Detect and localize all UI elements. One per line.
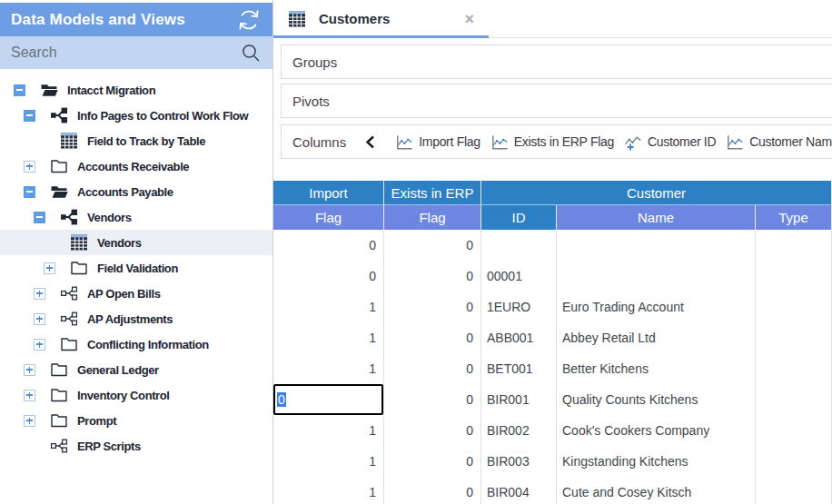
column-header-exists-flag[interactable]: Flag (384, 205, 481, 230)
column-header-type[interactable]: Type (756, 205, 832, 230)
tree-item-erp-scripts[interactable]: ERP Scripts (0, 433, 272, 459)
cell-exists-flag[interactable]: 0 (384, 477, 481, 504)
cell-import-flag[interactable]: 1 (273, 446, 384, 477)
cell-exists-flag[interactable]: 0 (384, 415, 481, 446)
cell-customer-type[interactable] (756, 322, 832, 353)
groups-bar[interactable]: Groups (281, 44, 832, 79)
tree-item-ap-adjustments[interactable]: AP Adjustments (0, 306, 272, 331)
cell-import-flag[interactable]: 1 (273, 353, 384, 384)
cell-exists-flag[interactable]: 0 (384, 322, 481, 353)
cell-exists-flag[interactable]: 0 (384, 230, 481, 261)
measure-icon (490, 133, 509, 152)
tree-item-accounts-receivable[interactable]: Accounts Receivable (0, 153, 272, 179)
view-filled-icon (60, 208, 78, 226)
cell-customer-id[interactable]: 00001 (481, 261, 557, 292)
cell-customer-name[interactable]: Kingstanding Kitchens (557, 446, 756, 477)
view-filled-icon (50, 106, 68, 124)
chip-label: Exists in ERP Flag (514, 134, 614, 149)
tree-item-field-validation[interactable]: Field Validation (0, 255, 272, 281)
cell-exists-flag[interactable]: 0 (384, 446, 481, 477)
pivot-config-bars: Groups Pivots Columns Import FlagExists … (273, 38, 832, 163)
cell-customer-name[interactable]: Better Kitchens (557, 353, 756, 384)
cell-import-flag[interactable]: 0 (273, 261, 384, 292)
collapse-icon[interactable] (24, 110, 35, 122)
tree-item-prompt[interactable]: Prompt (0, 408, 272, 433)
pivots-bar[interactable]: Pivots (281, 84, 832, 118)
expand-icon[interactable] (34, 339, 45, 351)
cell-customer-id[interactable] (481, 230, 557, 261)
cell-import-flag[interactable]: 0 (273, 384, 384, 415)
cell-customer-type[interactable] (756, 477, 832, 504)
cell-customer-name[interactable]: Euro Trading Account (557, 292, 756, 322)
cell-customer-name[interactable] (557, 230, 756, 261)
cell-import-flag[interactable]: 0 (273, 230, 384, 261)
column-header-import-flag[interactable]: Flag (273, 205, 384, 230)
cell-customer-name[interactable] (557, 261, 756, 292)
cell-import-flag[interactable]: 1 (273, 292, 384, 322)
cell-customer-type[interactable] (756, 446, 832, 477)
tree-item-vendors[interactable]: Vendors (0, 204, 272, 230)
cell-customer-id[interactable]: BET001 (481, 353, 557, 384)
cell-customer-type[interactable] (756, 261, 832, 292)
cell-customer-id[interactable]: BIR002 (481, 415, 557, 446)
chevron-left-icon[interactable] (365, 135, 375, 149)
cell-exists-flag[interactable]: 0 (384, 353, 481, 384)
cell-import-flag[interactable]: 1 (273, 477, 384, 504)
cell-customer-name[interactable]: Abbey Retail Ltd (557, 322, 756, 353)
column-chip-customer-id[interactable]: Customer ID (623, 133, 716, 152)
collapse-icon[interactable] (14, 84, 25, 96)
column-header-id[interactable]: ID (481, 205, 557, 230)
tree-item-conflicting-information[interactable]: Conflicting Information (0, 331, 272, 357)
table-row: 00BIR001Quality Counts Kitchens (273, 384, 832, 415)
cell-customer-type[interactable] (756, 230, 832, 261)
expand-icon[interactable] (34, 288, 45, 300)
search-input[interactable]: Search (0, 36, 272, 69)
tree-item-accounts-payable[interactable]: Accounts Payable (0, 179, 272, 204)
collapse-icon[interactable] (24, 186, 35, 198)
expand-icon[interactable] (34, 313, 45, 325)
cell-exists-flag[interactable]: 0 (384, 261, 481, 292)
cell-exists-flag[interactable]: 0 (384, 384, 481, 415)
column-chip-import-flag[interactable]: Import Flag (394, 133, 480, 152)
tree-item-inventory-control[interactable]: Inventory Control (0, 382, 272, 408)
view-outline-icon (60, 310, 78, 328)
column-chip-customer-name[interactable]: Customer Name (725, 133, 832, 152)
cell-customer-name[interactable]: Quality Counts Kitchens (557, 384, 756, 415)
column-header-name[interactable]: Name (557, 205, 756, 230)
expand-icon[interactable] (24, 161, 35, 173)
tree-item-field-to-track-by-table[interactable]: Field to Track by Table (0, 128, 272, 153)
collapse-icon[interactable] (34, 212, 45, 223)
cell-customer-id[interactable]: 1EURO (481, 292, 557, 322)
expand-icon[interactable] (44, 262, 55, 274)
cell-customer-type[interactable] (756, 292, 832, 322)
active-tab-indicator (273, 35, 489, 38)
folder-open-icon (50, 183, 68, 201)
cell-customer-id[interactable]: BIR003 (481, 446, 557, 477)
expand-icon[interactable] (24, 390, 35, 401)
expand-icon[interactable] (24, 364, 35, 376)
tree-item-label: Accounts Receivable (77, 160, 189, 173)
cell-customer-type[interactable] (756, 384, 832, 415)
cell-customer-id[interactable]: ABB001 (481, 322, 557, 353)
cell-customer-type[interactable] (756, 353, 832, 384)
tree-item-info-pages-to-control-work-flow[interactable]: Info Pages to Control Work Flow (0, 103, 272, 128)
tree-item-vendors[interactable]: Vendors (0, 230, 272, 255)
tab-customers[interactable]: Customers × (273, 0, 489, 37)
expand-icon[interactable] (24, 415, 35, 427)
cell-customer-id[interactable]: BIR004 (481, 477, 557, 504)
cell-customer-name[interactable]: Cook's Cookers Company (557, 415, 756, 446)
search-icon[interactable] (240, 42, 262, 64)
cell-exists-flag[interactable]: 0 (384, 292, 481, 322)
cell-customer-id[interactable]: BIR001 (481, 384, 557, 415)
tree-item-intacct-migration[interactable]: Intacct Migration (0, 77, 272, 103)
cell-import-flag[interactable]: 1 (273, 415, 384, 446)
cell-customer-type[interactable] (756, 415, 832, 446)
tree-item-ap-open-bills[interactable]: AP Open Bills (0, 281, 272, 306)
column-chip-exists-in-erp-flag[interactable]: Exists in ERP Flag (490, 133, 614, 152)
cell-import-flag[interactable]: 1 (273, 322, 384, 353)
refresh-icon[interactable] (236, 7, 262, 33)
cell-editor[interactable]: 0 (273, 384, 383, 415)
cell-customer-name[interactable]: Cute and Cosey Kitsch (557, 477, 756, 504)
tree-item-general-ledger[interactable]: General Ledger (0, 357, 272, 382)
close-icon[interactable]: × (464, 11, 474, 27)
